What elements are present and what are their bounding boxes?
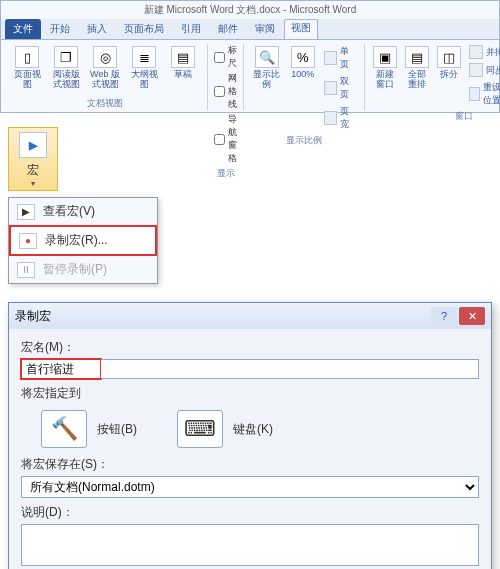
help-button[interactable]: ? (431, 307, 457, 325)
side-button[interactable]: 并排查看 (467, 44, 500, 60)
split-button[interactable]: ◫拆分 (435, 44, 464, 82)
tab-review[interactable]: 审阅 (247, 19, 283, 39)
group-window: ▣新建窗口 ▤全部重排 ◫拆分 并排查看 同步滚动 重设窗口位置 ▭切换窗口 窗… (365, 44, 500, 110)
ribbon-body: ▯页面视图 ❐阅读版式视图 ◎Web 版式视图 ≣大纲视图 ▤草稿 文档视图 标… (1, 40, 499, 112)
dialog-titlebar: 录制宏 ? ✕ (9, 303, 491, 329)
tab-insert[interactable]: 插入 (79, 19, 115, 39)
store-select[interactable]: 所有文档(Normal.dotm) (21, 476, 479, 498)
read-view-button[interactable]: ❐阅读版式视图 (48, 44, 84, 92)
ruler-checkbox[interactable]: 标尺 (214, 44, 237, 70)
macro-button-icon: ▶ (19, 132, 47, 158)
group-views: ▯页面视图 ❐阅读版式视图 ◎Web 版式视图 ≣大纲视图 ▤草稿 文档视图 (3, 44, 208, 110)
split-icon: ◫ (437, 46, 461, 68)
close-button[interactable]: ✕ (459, 307, 485, 325)
store-label: 将宏保存在(S)： (21, 456, 479, 473)
group-show-label: 显示 (214, 165, 237, 180)
macro-menu: ▶查看宏(V) ●录制宏(R)... ⏸暂停录制(P) (8, 197, 158, 284)
web-view-icon: ◎ (93, 46, 117, 68)
ribbon: 新建 Microsoft Word 文档.docx - Microsoft Wo… (0, 0, 500, 113)
chevron-down-icon: ▾ (31, 179, 35, 188)
title-bar: 新建 Microsoft Word 文档.docx - Microsoft Wo… (1, 1, 499, 19)
grid-checkbox[interactable]: 网格线 (214, 72, 237, 111)
new-window-icon: ▣ (373, 46, 397, 68)
reset-button[interactable]: 重设窗口位置 (467, 80, 500, 108)
macro-split-button[interactable]: ▶ 宏 ▾ (8, 127, 58, 191)
view-macros-icon: ▶ (17, 204, 35, 220)
outline-view-button[interactable]: ≣大纲视图 (126, 44, 162, 92)
desc-label: 说明(D)： (21, 504, 479, 521)
menu-record-macro[interactable]: ●录制宏(R)... (9, 225, 157, 256)
page-view-button[interactable]: ▯页面视图 (9, 44, 45, 92)
read-view-icon: ❐ (54, 46, 78, 68)
record-macro-icon: ● (19, 233, 37, 249)
sync-button[interactable]: 同步滚动 (467, 62, 500, 78)
arrange-all-button[interactable]: ▤全部重排 (403, 44, 432, 92)
menu-view-macros[interactable]: ▶查看宏(V) (9, 198, 157, 225)
zoom-button[interactable]: 🔍显示比例 (250, 44, 283, 92)
pause-icon: ⏸ (17, 262, 35, 278)
dialog-title: 录制宏 (15, 308, 51, 325)
outline-view-icon: ≣ (132, 46, 156, 68)
macro-name-input-rest[interactable] (101, 359, 479, 379)
macro-dropdown-area: ▶ 宏 ▾ ▶查看宏(V) ●录制宏(R)... ⏸暂停录制(P) (8, 127, 500, 284)
name-label: 宏名(M)： (21, 339, 479, 356)
group-zoom-label: 显示比例 (250, 132, 358, 147)
tab-file[interactable]: 文件 (5, 19, 41, 39)
tab-ref[interactable]: 引用 (173, 19, 209, 39)
group-window-label: 窗口 (371, 108, 500, 123)
tab-layout[interactable]: 页面布局 (116, 19, 172, 39)
menu-pause-recording: ⏸暂停录制(P) (9, 256, 157, 283)
draft-view-button[interactable]: ▤草稿 (165, 44, 201, 82)
tab-view[interactable]: 视图 (284, 19, 318, 39)
width-button[interactable]: 页宽 (322, 104, 358, 132)
macro-name-input[interactable] (21, 359, 101, 379)
hundred-button[interactable]: %100% (286, 44, 319, 82)
assign-keyboard-button[interactable]: ⌨ 键盘(K) (177, 410, 273, 448)
twopage-button[interactable]: 双页 (322, 74, 358, 102)
draft-view-icon: ▤ (171, 46, 195, 68)
group-show: 标尺 网格线 导航窗格 显示 (208, 44, 244, 110)
description-textarea[interactable] (21, 524, 479, 566)
new-window-button[interactable]: ▣新建窗口 (371, 44, 400, 92)
web-view-button[interactable]: ◎Web 版式视图 (87, 44, 123, 92)
keyboard-icon: ⌨ (177, 410, 223, 448)
tab-mail[interactable]: 邮件 (210, 19, 246, 39)
onepage-button[interactable]: 单页 (322, 44, 358, 72)
zoom-icon: 🔍 (255, 46, 279, 68)
record-macro-dialog: 录制宏 ? ✕ 宏名(M)： 将宏指定到 🔨 按钮(B) ⌨ 键盘(K) 将宏保… (8, 302, 492, 569)
assign-button-button[interactable]: 🔨 按钮(B) (41, 410, 137, 448)
group-zoom: 🔍显示比例 %100% 单页 双页 页宽 显示比例 (244, 44, 365, 110)
hammer-icon: 🔨 (41, 410, 87, 448)
hundred-icon: % (291, 46, 315, 68)
assign-label: 将宏指定到 (21, 385, 479, 402)
arrange-icon: ▤ (405, 46, 429, 68)
tab-home[interactable]: 开始 (42, 19, 78, 39)
ribbon-tabs: 文件 开始 插入 页面布局 引用 邮件 审阅 视图 (1, 19, 499, 40)
group-views-label: 文档视图 (9, 95, 201, 110)
nav-checkbox[interactable]: 导航窗格 (214, 113, 237, 165)
page-view-icon: ▯ (15, 46, 39, 68)
